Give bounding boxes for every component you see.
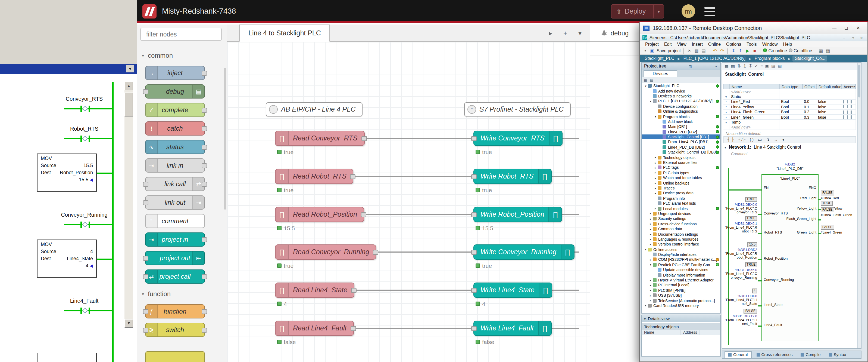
rdp-titlebar[interactable]: 192.168.0.137 - Remote Desktop Connectio… [640, 22, 867, 34]
add-flow-button[interactable]: + [559, 27, 572, 40]
tab-cross-references[interactable]: Cross-references [753, 352, 796, 358]
tia-close-icon[interactable]: ✕ [858, 36, 865, 40]
remote-desktop-window[interactable]: 192.168.0.137 - Remote Desktop Connectio… [639, 22, 868, 362]
cell-accessibility[interactable] [841, 89, 856, 94]
breadcrumb-item[interactable]: Program blocks [753, 56, 786, 61]
node-input-port[interactable] [471, 326, 477, 331]
copy-icon[interactable]: ▥ [694, 48, 699, 54]
tree-item[interactable]: ▸Online backups [642, 180, 720, 186]
palette-node-switch[interactable]: ≷switch [145, 323, 205, 337]
output-operand[interactable]: FALSE#Line4_Flash_Green [821, 207, 857, 217]
tree-item[interactable]: Stacklight_Control_DB [DB3] [642, 150, 720, 155]
lad-instruction-icon[interactable]: ▾ [782, 137, 784, 142]
lad-instruction-icon[interactable]: ┤ ├ [727, 137, 734, 142]
menu-window[interactable]: Window [760, 41, 780, 47]
redo-icon[interactable]: ↷ [719, 48, 725, 54]
scrollbar-thumb[interactable] [858, 65, 860, 98]
palette-node-link-in[interactable]: ⇥link in [145, 159, 205, 172]
node-output-port[interactable] [202, 71, 207, 76]
deploy-button[interactable]: ⇧ Deploy ▾ [611, 4, 664, 19]
lad-instruction-icon[interactable]: ( ) [750, 137, 753, 142]
cell-name[interactable]: Line4_Green [730, 115, 779, 119]
input-operand[interactable]: 15.5%DB1.DBD2"From_Line4_PLC".Robot_Posi… [723, 242, 757, 259]
breadcrumb-item[interactable]: PLC_1 [CPU 1212C AC/DC/Rly] [682, 56, 747, 61]
editor-tool-icon[interactable]: ✓ [754, 64, 758, 68]
palette-node-partial[interactable] [145, 351, 205, 362]
tree-item[interactable]: ▸Technology objects [642, 155, 720, 160]
chevron-right-icon[interactable]: ▸ [653, 161, 658, 164]
cell-datatype[interactable]: Bool [779, 105, 802, 109]
mov-dest-tag[interactable]: Line4_State [67, 255, 93, 262]
maximize-button[interactable]: ◻ [840, 24, 852, 32]
checkbox-icon[interactable] [850, 100, 852, 104]
start-icon[interactable]: ▶ [745, 48, 750, 54]
save-project-button[interactable]: Save project [657, 49, 681, 53]
cell-name[interactable]: Line4_Red [730, 100, 779, 104]
tree-item[interactable]: ▸Cross-device functions [642, 221, 720, 226]
download-icon[interactable]: ↧ [731, 48, 736, 54]
palette-node-debug[interactable]: ▤debug [145, 84, 205, 99]
interface-row[interactable]: ▪Line4_GreenBool0.3false [723, 115, 856, 120]
chevron-right-icon[interactable]: ▸ [648, 217, 653, 220]
tree-item[interactable]: Line4_PLC [FB2] [642, 129, 720, 135]
save-icon[interactable]: ▣ [650, 48, 655, 54]
flow-node-read[interactable]: ∏Read Conveyor_Running [275, 244, 376, 260]
stop-icon[interactable]: ■ [752, 48, 757, 54]
flow-list-icon[interactable]: ▾ [574, 27, 586, 40]
palette-node-comment[interactable]: ”comment [145, 214, 205, 228]
chevron-right-icon[interactable]: ▸ [653, 156, 658, 159]
mov-instruction-partial[interactable] [37, 353, 97, 362]
chevron-right-icon[interactable]: ▸ [648, 232, 653, 236]
node-output-port[interactable] [202, 238, 207, 242]
tree-item[interactable]: ▸Security settings [642, 216, 720, 221]
node-input-port[interactable] [143, 274, 148, 279]
tab-debug[interactable]: debug [590, 25, 640, 41]
tree-item[interactable]: ▸External source files [642, 160, 720, 165]
tree-item[interactable]: ▸PLC tags [642, 165, 720, 170]
node-output-port[interactable] [202, 126, 207, 131]
chevron-right-icon[interactable]: ▸ [648, 284, 653, 287]
input-operand[interactable]: TRUE%DB1.DBX0.1"From_Line4_PLC".Robot_RT… [723, 216, 757, 233]
node-input-port[interactable] [471, 212, 477, 217]
contact-marker-icon[interactable] [82, 106, 88, 111]
cell-default[interactable] [816, 125, 841, 130]
go-online-button[interactable]: Go online [763, 49, 787, 53]
cell-accessibility[interactable] [841, 110, 856, 114]
menu-insert[interactable]: Insert [689, 41, 706, 47]
network-header[interactable]: ▾ Network 1: Line 4 Stacklight Control [724, 145, 801, 150]
tree-item[interactable]: ▸Card Reader/USB memory [642, 303, 720, 308]
undo-icon[interactable]: ↶ [712, 48, 718, 54]
lad-instruction-icon[interactable]: ┤/├ [738, 137, 745, 142]
scroll-up-icon[interactable]: ▲ [124, 82, 133, 90]
flow-node-write[interactable]: Write Robot_RTS∏ [473, 169, 551, 184]
column-header[interactable]: Default value [817, 84, 842, 89]
checkbox-icon[interactable] [850, 111, 852, 114]
cell-default[interactable] [816, 120, 841, 124]
tree-item[interactable]: ▸Documentation settings [642, 232, 720, 237]
node-output-port[interactable] [373, 250, 378, 255]
tree-item[interactable]: ▸Watch and force tables [642, 175, 720, 180]
chevron-right-icon[interactable]: ▸ [653, 181, 658, 185]
tab-general[interactable]: General [724, 351, 751, 358]
tree-item[interactable]: Online & diagnostics [642, 109, 720, 114]
palette-category-common[interactable]: ▾common [137, 50, 227, 61]
palette-node-inject[interactable]: →inject [145, 66, 205, 80]
cell-datatype[interactable] [779, 94, 802, 99]
palette-node-link-call[interactable]: ⇄link call [145, 177, 205, 191]
tree-sort-icon[interactable]: ▤ [650, 78, 653, 82]
paste-icon[interactable]: ▤ [701, 48, 706, 54]
palette-search[interactable] [140, 28, 222, 41]
comment-node[interactable]: ”S7 Profinet - Stacklight PLC [464, 102, 571, 116]
output-operand[interactable]: FALSE#Line4_Green [821, 225, 857, 234]
flow-canvas[interactable]: ”AB EIP/CIP - Line 4 PLC”S7 Profinet - S… [227, 42, 590, 362]
input-operand[interactable]: TRUE%DB1.DBX6.0"From_Line4_PLC".Conveyor… [723, 262, 757, 279]
go-offline-button[interactable]: Go offline [788, 49, 812, 53]
node-output-port[interactable] [350, 326, 356, 331]
checkbox-icon[interactable] [843, 105, 844, 109]
column-header[interactable]: Name [730, 84, 780, 89]
node-input-port[interactable] [471, 136, 477, 141]
chevron-right-icon[interactable]: ▸ [648, 278, 653, 282]
interface-row[interactable]: ▪Line4_RedBool0.0false [723, 100, 856, 105]
input-operand[interactable]: FALSE%DB1.DBX12.0"From_Line4_PLC".Line4_… [723, 309, 757, 326]
details-module-row[interactable]: Technology objects [642, 323, 720, 330]
